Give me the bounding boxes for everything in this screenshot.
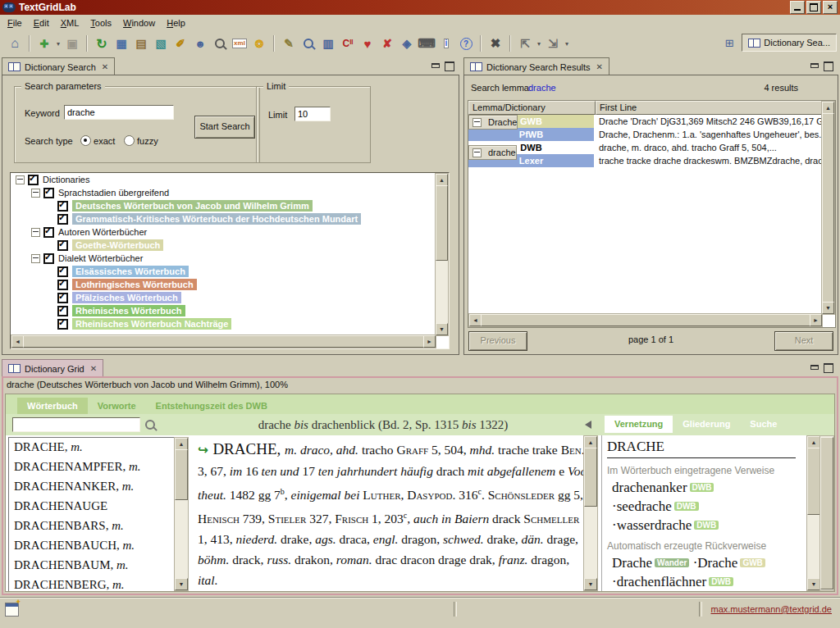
dictionary-badge[interactable]: GWB [740, 558, 765, 567]
dictionary-badge[interactable]: DWB [709, 577, 733, 586]
open-perspective-icon[interactable]: ⊞ [720, 34, 738, 51]
lemma-list-item[interactable]: DRACHE, m. [14, 440, 180, 460]
tree-item[interactable]: Grammatisch-Kritisches Wörterbuch der Ho… [11, 212, 449, 225]
cross-reference-link[interactable]: Drache [612, 555, 652, 571]
dictionary-grid-icon[interactable]: ▥ [318, 34, 338, 52]
lemma-list-item[interactable]: DRACHENBERG, m. [14, 578, 180, 591]
cross-reference-link[interactable]: Drache [697, 555, 737, 571]
vernetzung-tab-2[interactable]: Gliederung [673, 416, 740, 433]
limit-input[interactable] [294, 107, 331, 121]
new-object-dropdown[interactable]: ▾ [54, 40, 62, 48]
dictionary-badge[interactable]: PfWB [468, 128, 594, 141]
next-location-dropdown[interactable]: ▾ [563, 40, 571, 48]
minimize-view-icon[interactable] [431, 61, 440, 69]
column-lemma-dictionary[interactable]: Lemma/Dictionary [468, 101, 596, 115]
paperclip-icon[interactable]: ✐ [171, 34, 190, 52]
tree-item[interactable]: Sprachstadien übergreifend [11, 186, 449, 199]
lemma-list-scrollbar[interactable]: ▲ ▼ [174, 437, 189, 591]
checkbox[interactable] [43, 227, 54, 238]
minimize-view-icon[interactable] [810, 363, 819, 371]
lemma-list-item[interactable]: DRACHENBAUM, m. [14, 558, 180, 578]
menu-tools[interactable]: Tools [84, 16, 117, 30]
lemma-list-item[interactable]: DRACHENAUGE [14, 499, 180, 519]
results-row[interactable]: DWBdrache, m. draco, ahd. tracho Graff 5… [468, 141, 835, 154]
collapse-icon[interactable] [31, 254, 40, 263]
grid-tab-3[interactable]: Entstehungszeit des DWB [146, 398, 277, 414]
dictionary-badge[interactable]: Wander [655, 558, 689, 567]
help-icon[interactable]: ? [456, 34, 476, 52]
menu-window[interactable]: Window [117, 16, 161, 30]
aggregation-grid-icon[interactable]: ▦ [112, 34, 131, 52]
lemma-list-item[interactable]: DRACHENANKER, m. [14, 480, 180, 499]
tree-item[interactable]: Rheinisches Wörterbuch Nachträge [11, 317, 449, 330]
previous-location-dropdown[interactable]: ▾ [535, 40, 543, 48]
collapse-icon[interactable] [472, 118, 482, 127]
checkbox[interactable] [57, 293, 68, 303]
tree-item[interactable]: Lothringisches Wörterbuch [11, 278, 449, 291]
checkbox[interactable] [57, 306, 68, 316]
dictionary-book-icon[interactable]: ▤ [131, 34, 151, 52]
tree-item[interactable]: Goethe-Wörterbuch [11, 239, 449, 252]
menu-edit[interactable]: Edit [28, 16, 55, 30]
tab-dictionary-search-results[interactable]: Dictionary Search Results ✕ [463, 57, 609, 75]
article-scrollbar[interactable]: ▲ ▼ [583, 435, 598, 591]
tree-item[interactable]: Pfälzisches Wörterbuch [11, 291, 449, 304]
citation-icon[interactable]: Cᴵᴵ [338, 34, 358, 52]
results-row[interactable]: Lexertrache tracke drache drackeswm. BMZ… [468, 154, 835, 167]
maximize-view-icon[interactable] [445, 61, 454, 71]
start-search-button[interactable]: Start Search [194, 116, 255, 139]
next-location-icon[interactable]: ⇲ [543, 34, 563, 52]
checkbox[interactable] [57, 280, 68, 290]
results-group-row[interactable]: Drache [468, 115, 518, 130]
keyword-input[interactable] [64, 105, 174, 120]
keyboard-icon[interactable]: ⌨ [417, 34, 436, 52]
tree-vertical-scrollbar[interactable]: ▲ ▼ [435, 173, 449, 336]
menu-help[interactable]: Help [161, 16, 191, 30]
checkbox[interactable] [57, 214, 68, 225]
search-results-icon[interactable] [299, 34, 318, 52]
fast-view-icon[interactable] [5, 603, 19, 617]
dictionary-badge[interactable]: DWB [690, 483, 714, 492]
maximize-view-icon[interactable] [824, 61, 833, 71]
checkbox[interactable] [57, 201, 68, 212]
heart-icon[interactable]: ♥ [358, 34, 377, 52]
menu-xml[interactable]: XML [55, 16, 85, 30]
dictionary-badge[interactable]: DWB [674, 502, 699, 511]
previous-location-icon[interactable]: ⇱ [515, 34, 535, 52]
tree-item[interactable]: Deutsches Wörterbuch von Jacob und Wilhe… [11, 199, 449, 212]
lemma-list-item[interactable]: DRACHENBARS, m. [14, 519, 180, 539]
checkbox[interactable] [28, 175, 39, 185]
checkbox[interactable] [43, 188, 54, 198]
restore-button[interactable] [806, 1, 821, 14]
tree-item[interactable]: Elsässisches Wörterbuch [11, 265, 449, 278]
close-icon[interactable]: ✕ [595, 62, 603, 71]
tree-item[interactable]: Dictionaries [11, 173, 449, 186]
checkbox[interactable] [43, 253, 54, 264]
entry-bookmark-icon[interactable]: ↪ [198, 443, 212, 457]
checkbox[interactable] [57, 266, 68, 277]
tree-horizontal-scrollbar[interactable]: ◄ ► [11, 334, 436, 348]
dictionary-badge[interactable]: DWB [694, 521, 719, 530]
collapse-icon[interactable] [31, 189, 40, 198]
remove-user-icon[interactable]: ✘ [377, 34, 397, 52]
cross-reference-link[interactable]: drachenanker [612, 480, 687, 495]
user-account-link[interactable]: max.mustermann@textgrid.de [710, 604, 832, 614]
refresh-icon[interactable]: ↻ [92, 34, 112, 52]
results-horizontal-scrollbar[interactable]: ◄ ► [468, 313, 823, 327]
results-group-row[interactable]: drache [468, 145, 517, 160]
collapse-icon[interactable] [16, 175, 25, 184]
wizard-icon[interactable]: ❂ [249, 34, 269, 52]
xml-file-icon[interactable]: xml [230, 34, 249, 52]
perspective-tab-dictionary-search[interactable]: Dictionary Sea... [742, 34, 837, 52]
grid-tab-1[interactable]: Wörterbuch [17, 398, 88, 414]
results-vertical-scrollbar[interactable]: ▲ ▼ [821, 101, 835, 315]
tree-item[interactable]: Rheinisches Wörterbuch [11, 304, 449, 317]
maximize-view-icon[interactable] [824, 363, 833, 373]
checkbox[interactable] [57, 240, 68, 251]
search-icon[interactable] [210, 34, 230, 52]
minimize-view-icon[interactable] [810, 61, 819, 69]
close-icon[interactable]: ✕ [100, 62, 108, 71]
previous-column-icon[interactable] [585, 421, 591, 429]
close-icon[interactable]: ✕ [89, 364, 97, 373]
lemma-list-item[interactable]: DRACHENBAUCH, m. [14, 539, 180, 558]
